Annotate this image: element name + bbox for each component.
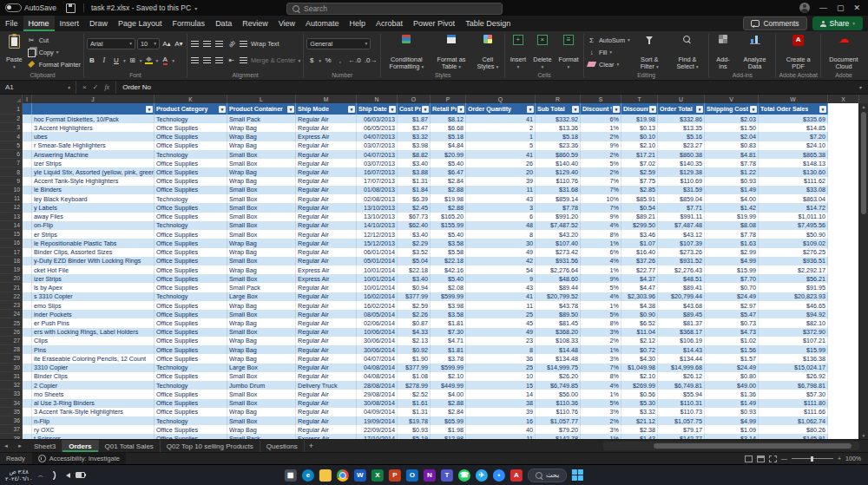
cell[interactable]: $2.13 bbox=[398, 337, 431, 345]
cell[interactable]: $7.02 bbox=[621, 159, 658, 167]
column-header-x[interactable]: X bbox=[828, 95, 859, 103]
cell[interactable]: $4.47 bbox=[621, 283, 658, 292]
analyze-data-button[interactable]: Analyze Data bbox=[737, 33, 773, 71]
row-number[interactable]: 22 bbox=[0, 292, 23, 301]
cell[interactable]: $81.45 bbox=[536, 318, 581, 327]
formula-content[interactable]: Order No bbox=[116, 83, 853, 91]
merge-center-button[interactable]: Merge & Center▾ bbox=[239, 56, 300, 66]
filter-button[interactable]: ▾ bbox=[146, 106, 153, 113]
cell[interactable] bbox=[23, 364, 32, 372]
cell[interactable]: $107.39 bbox=[658, 239, 705, 247]
cell[interactable]: $273.26 bbox=[658, 248, 705, 257]
cell[interactable]: Binder Clips bbox=[32, 372, 155, 381]
cell[interactable]: $5.30 bbox=[621, 399, 658, 408]
cell[interactable] bbox=[828, 381, 859, 390]
cell[interactable]: $0.13 bbox=[621, 123, 658, 132]
cell[interactable]: 04/08/2014 bbox=[357, 364, 398, 372]
addins-button[interactable]: Add-ins bbox=[712, 33, 733, 71]
onenote-icon[interactable]: N bbox=[424, 469, 436, 482]
cell[interactable]: 04/07/2013 bbox=[357, 132, 398, 141]
filter-button[interactable]: ▾ bbox=[750, 106, 757, 113]
cell[interactable]: $67.73 bbox=[398, 213, 431, 221]
cell[interactable] bbox=[828, 408, 859, 416]
cell[interactable]: $863.04 bbox=[759, 194, 828, 203]
cell[interactable]: $8.82 bbox=[398, 150, 431, 159]
row-number[interactable]: 5 bbox=[0, 141, 23, 150]
cell[interactable]: $1.07 bbox=[621, 239, 658, 247]
enter-icon[interactable] bbox=[93, 83, 99, 91]
ribbon-tab-data[interactable]: Data bbox=[210, 16, 237, 31]
cell[interactable]: $140.35 bbox=[658, 159, 705, 167]
outlook-icon[interactable]: O bbox=[406, 469, 418, 482]
cell[interactable]: Wrap Bag bbox=[227, 132, 296, 141]
cell[interactable]: $449.99 bbox=[431, 381, 466, 390]
cell[interactable]: ley Black Keyboard bbox=[32, 194, 155, 203]
empty-cell[interactable] bbox=[828, 103, 859, 115]
cell[interactable]: $110.76 bbox=[536, 408, 581, 416]
cell[interactable]: 14/10/2013 bbox=[357, 221, 398, 230]
cell[interactable]: 42 bbox=[466, 257, 536, 265]
cell[interactable]: 2% bbox=[581, 167, 621, 176]
cell[interactable]: on-Flip bbox=[32, 221, 155, 230]
cell[interactable]: ubes bbox=[32, 132, 155, 141]
cell[interactable]: $5.18 bbox=[536, 132, 581, 141]
ribbon-tab-view[interactable]: View bbox=[273, 16, 300, 31]
cell[interactable] bbox=[23, 177, 32, 186]
cell[interactable]: 8 bbox=[466, 345, 536, 354]
cell[interactable]: 54 bbox=[466, 265, 536, 274]
cell[interactable]: mo Sheets bbox=[32, 390, 155, 398]
row-number[interactable]: 2 bbox=[0, 115, 23, 123]
row-number[interactable]: 37 bbox=[0, 425, 23, 434]
cell[interactable]: $1.42 bbox=[705, 203, 759, 212]
italic-button[interactable]: I bbox=[99, 56, 109, 65]
cell[interactable]: Express Air bbox=[296, 132, 357, 141]
cell[interactable]: Regular Air bbox=[296, 345, 357, 354]
cut-button[interactable]: Cut bbox=[27, 35, 81, 45]
cell[interactable]: Accent Tank-Style Highlighters bbox=[32, 177, 155, 186]
cell[interactable]: Small Box bbox=[227, 230, 296, 239]
cell[interactable]: Regular Air bbox=[296, 328, 357, 337]
cell[interactable]: $2,303.96 bbox=[621, 292, 658, 301]
cell[interactable]: 39 bbox=[466, 408, 536, 416]
cell[interactable]: $55.94 bbox=[658, 390, 705, 398]
chrome-icon[interactable] bbox=[337, 469, 349, 482]
sheet-tab-q01-total-sales[interactable]: Q01 Total Sales bbox=[99, 440, 161, 452]
cell[interactable]: 01/08/2013 bbox=[357, 186, 398, 194]
cell[interactable]: Regular Air bbox=[296, 167, 357, 176]
cell[interactable] bbox=[23, 318, 32, 327]
row-number[interactable]: 24 bbox=[0, 310, 23, 318]
cell[interactable]: $13.35 bbox=[658, 123, 705, 132]
cell[interactable]: y-Duty EZD Binder With Locking Rings bbox=[32, 257, 155, 265]
cell[interactable]: Regular Air bbox=[296, 408, 357, 416]
cell[interactable]: $859.04 bbox=[658, 194, 705, 203]
cell[interactable]: Small Box bbox=[227, 399, 296, 408]
cell[interactable]: Small Box bbox=[227, 213, 296, 221]
whatsapp-icon[interactable]: ☎ bbox=[458, 469, 470, 482]
cell[interactable]: 9% bbox=[581, 274, 621, 283]
cell[interactable] bbox=[828, 177, 859, 186]
cell[interactable]: $299.50 bbox=[621, 221, 658, 230]
ribbon-tab-draw[interactable]: Draw bbox=[84, 16, 113, 31]
cell[interactable]: $7.78 bbox=[536, 203, 581, 212]
cell[interactable] bbox=[23, 274, 32, 283]
cell[interactable] bbox=[828, 265, 859, 274]
cell[interactable]: $0.92 bbox=[398, 345, 431, 354]
row-number[interactable]: 7 bbox=[0, 159, 23, 167]
cell[interactable]: $110.31 bbox=[658, 399, 705, 408]
cell[interactable]: ers with Locking Rings, Label Holders bbox=[32, 328, 155, 337]
cell[interactable]: n-Flip bbox=[32, 416, 155, 425]
cell[interactable]: $14.48 bbox=[536, 345, 581, 354]
cell[interactable]: Small Box bbox=[227, 390, 296, 398]
ribbon-tab-acrobat[interactable]: Acrobat bbox=[371, 16, 408, 31]
cell[interactable]: Small Box bbox=[227, 416, 296, 425]
grow-font-button[interactable]: A▴ bbox=[161, 39, 172, 49]
cell[interactable]: 4% bbox=[581, 381, 621, 390]
cell[interactable]: Office Supplies bbox=[155, 203, 227, 212]
cell[interactable]: $1.49 bbox=[705, 186, 759, 194]
cell[interactable]: $1.56 bbox=[705, 345, 759, 354]
horizontal-scrollbar-thumb[interactable] bbox=[654, 443, 852, 449]
sheet-nav-left-icon[interactable]: ◄ bbox=[0, 443, 14, 449]
cell[interactable]: Small Box bbox=[227, 310, 296, 318]
cell[interactable]: $5.04 bbox=[398, 257, 431, 265]
cell[interactable]: Wrap Bag bbox=[227, 318, 296, 327]
